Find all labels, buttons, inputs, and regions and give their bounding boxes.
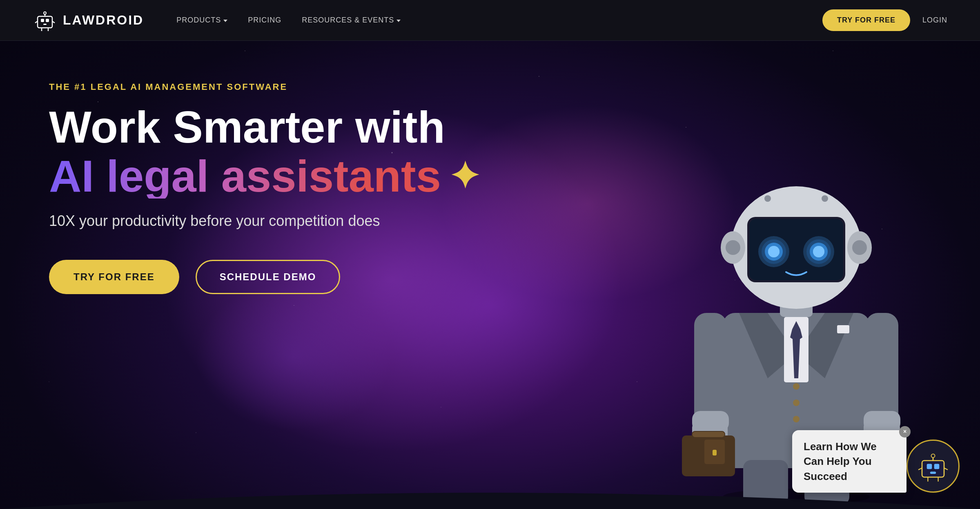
- svg-rect-31: [866, 313, 898, 427]
- hero-title-line2: AI legal assistants ✦: [49, 154, 490, 199]
- svg-point-53: [768, 246, 780, 257]
- svg-point-44: [852, 240, 867, 255]
- hero-section: THE #1 LEGAL AI MANAGEMENT SOFTWARE Work…: [0, 0, 980, 509]
- svg-rect-28: [692, 431, 725, 438]
- svg-rect-21: [694, 313, 727, 427]
- nav-login-button[interactable]: LOGIN: [922, 16, 947, 25]
- resources-chevron-icon: [396, 20, 401, 22]
- svg-point-18: [793, 400, 800, 406]
- chat-robot-icon: [915, 448, 951, 484]
- svg-rect-60: [927, 464, 932, 469]
- chat-bubble: × Learn How We Can Help You Succeed: [792, 430, 906, 493]
- nav-actions: TRY FOR FREE LOGIN: [822, 9, 947, 31]
- svg-point-46: [822, 195, 828, 202]
- svg-line-66: [944, 468, 948, 470]
- chat-avatar[interactable]: [906, 440, 960, 493]
- nav-try-free-button[interactable]: TRY FOR FREE: [822, 9, 910, 31]
- logo-text: LAWDROID: [63, 13, 144, 28]
- svg-rect-2: [46, 19, 49, 22]
- chat-close-button[interactable]: ×: [899, 426, 911, 438]
- svg-rect-3: [43, 24, 47, 25]
- nav-pricing[interactable]: PRICING: [248, 16, 281, 25]
- nav-resources[interactable]: RESOURCES & EVENTS: [302, 16, 401, 25]
- svg-rect-59: [922, 461, 944, 478]
- svg-point-43: [726, 240, 740, 255]
- svg-rect-62: [930, 472, 936, 474]
- svg-point-5: [44, 12, 46, 14]
- nav-products[interactable]: PRODUCTS: [176, 16, 227, 25]
- hero-description: 10X your productivity before your compet…: [49, 211, 490, 231]
- navbar: LAWDROID PRODUCTS PRICING RESOURCES & EV…: [0, 0, 980, 41]
- svg-point-19: [793, 416, 800, 422]
- svg-point-17: [793, 383, 800, 390]
- logo[interactable]: LAWDROID: [33, 8, 144, 33]
- hero-gradient-text: AI legal assistants: [49, 154, 441, 199]
- svg-point-58: [813, 246, 824, 257]
- svg-rect-20: [837, 325, 849, 333]
- nav-links: PRODUCTS PRICING RESOURCES & EVENTS: [176, 16, 822, 25]
- chat-widget[interactable]: × Learn How We Can Help You Succeed: [792, 430, 960, 493]
- hero-buttons: TRY FOR FREE SCHEDULE DEMO: [49, 260, 490, 294]
- hero-schedule-demo-button[interactable]: SCHEDULE DEMO: [196, 260, 341, 294]
- chat-message: Learn How We Can Help You Succeed: [804, 440, 877, 482]
- products-chevron-icon: [223, 20, 227, 22]
- sparkle-icon: ✦: [449, 158, 480, 194]
- svg-line-65: [918, 468, 922, 470]
- svg-rect-0: [38, 16, 52, 28]
- hero-title-line1: Work Smarter with: [49, 105, 490, 150]
- svg-rect-1: [41, 19, 44, 22]
- hero-subtitle: THE #1 LEGAL AI MANAGEMENT SOFTWARE: [49, 82, 490, 92]
- svg-rect-61: [934, 464, 940, 469]
- svg-point-64: [931, 454, 935, 458]
- svg-point-45: [764, 195, 771, 202]
- logo-icon: [33, 8, 57, 33]
- svg-rect-30: [713, 450, 717, 455]
- hero-content: THE #1 LEGAL AI MANAGEMENT SOFTWARE Work…: [0, 41, 490, 294]
- hero-try-free-button[interactable]: TRY FOR FREE: [49, 260, 179, 294]
